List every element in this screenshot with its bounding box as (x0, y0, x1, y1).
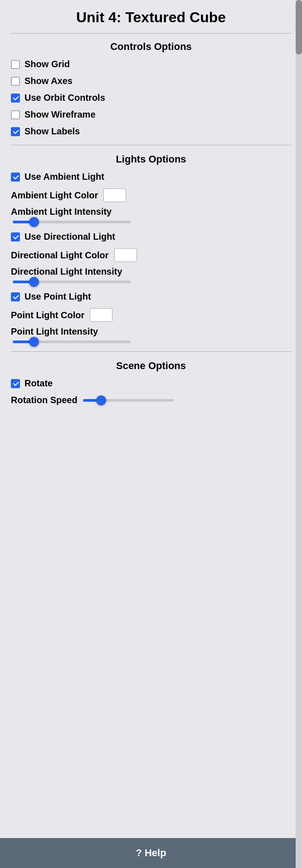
show-labels-label: Show Labels (24, 126, 80, 137)
rotate-checkbox[interactable] (11, 379, 20, 388)
show-axes-row: Show Axes (11, 76, 291, 86)
rotate-row: Rotate (11, 378, 291, 389)
show-wireframe-label: Show Wireframe (24, 109, 96, 120)
scrollbar-track[interactable] (296, 0, 302, 868)
controls-divider (11, 145, 291, 145)
point-intensity-slider-container (11, 340, 291, 343)
controls-section-title: Controls Options (11, 41, 291, 53)
rotation-speed-slider-thumb[interactable] (96, 395, 106, 405)
use-ambient-light-row: Use Ambient Light (11, 172, 291, 182)
point-light-color-swatch[interactable] (90, 308, 112, 322)
lights-section-title: Lights Options (11, 153, 291, 165)
ambient-intensity-slider-track[interactable] (13, 221, 131, 223)
scene-section-title: Scene Options (11, 360, 291, 372)
use-orbit-controls-checkbox[interactable] (11, 94, 20, 103)
use-directional-light-row: Use Directional Light (11, 232, 291, 242)
help-button[interactable]: ? Help (0, 838, 302, 868)
use-directional-light-label: Use Directional Light (24, 232, 115, 242)
show-labels-checkbox[interactable] (11, 127, 20, 136)
use-point-light-checkbox[interactable] (11, 292, 20, 301)
directional-intensity-slider-thumb[interactable] (29, 277, 39, 287)
use-ambient-light-label: Use Ambient Light (24, 172, 104, 182)
point-light-color-label: Point Light Color (11, 310, 84, 321)
point-intensity-slider-track[interactable] (13, 340, 131, 343)
ambient-intensity-slider-thumb[interactable] (29, 217, 39, 227)
use-point-light-label: Use Point Light (24, 291, 91, 302)
rotation-speed-label: Rotation Speed (11, 395, 78, 405)
use-ambient-light-checkbox[interactable] (11, 173, 20, 182)
directional-intensity-label: Directional Light Intensity (11, 266, 291, 277)
directional-intensity-slider-track[interactable] (13, 281, 131, 283)
point-intensity-label: Point Light Intensity (11, 326, 291, 337)
show-labels-row: Show Labels (11, 126, 291, 137)
directional-light-color-swatch[interactable] (114, 248, 137, 262)
directional-light-color-row: Directional Light Color (11, 248, 291, 262)
show-grid-checkbox[interactable] (11, 60, 20, 69)
directional-light-color-label: Directional Light Color (11, 250, 109, 261)
rotate-label: Rotate (24, 378, 53, 389)
point-intensity-slider-thumb[interactable] (29, 337, 39, 347)
point-light-color-row: Point Light Color (11, 308, 291, 322)
directional-intensity-slider-container (11, 281, 291, 283)
scrollbar-thumb[interactable] (296, 0, 302, 54)
show-wireframe-checkbox[interactable] (11, 110, 20, 119)
use-directional-light-checkbox[interactable] (11, 232, 20, 242)
use-orbit-controls-label: Use Orbit Controls (24, 93, 105, 103)
lights-divider (11, 351, 291, 352)
ambient-light-color-swatch[interactable] (103, 188, 126, 202)
ambient-light-color-row: Ambient Light Color (11, 188, 291, 202)
show-axes-label: Show Axes (24, 76, 73, 86)
use-orbit-controls-row: Use Orbit Controls (11, 93, 291, 103)
ambient-light-color-label: Ambient Light Color (11, 190, 98, 201)
rotation-speed-slider-track[interactable] (83, 399, 174, 402)
rotation-speed-row: Rotation Speed (11, 395, 291, 405)
show-wireframe-row: Show Wireframe (11, 109, 291, 120)
show-grid-label: Show Grid (24, 59, 70, 69)
page-title: Unit 4: Textured Cube (11, 9, 291, 34)
show-grid-row: Show Grid (11, 59, 291, 69)
use-point-light-row: Use Point Light (11, 291, 291, 302)
show-axes-checkbox[interactable] (11, 77, 20, 86)
ambient-intensity-label: Ambient Light Intensity (11, 207, 291, 217)
ambient-intensity-slider-container (11, 221, 291, 223)
